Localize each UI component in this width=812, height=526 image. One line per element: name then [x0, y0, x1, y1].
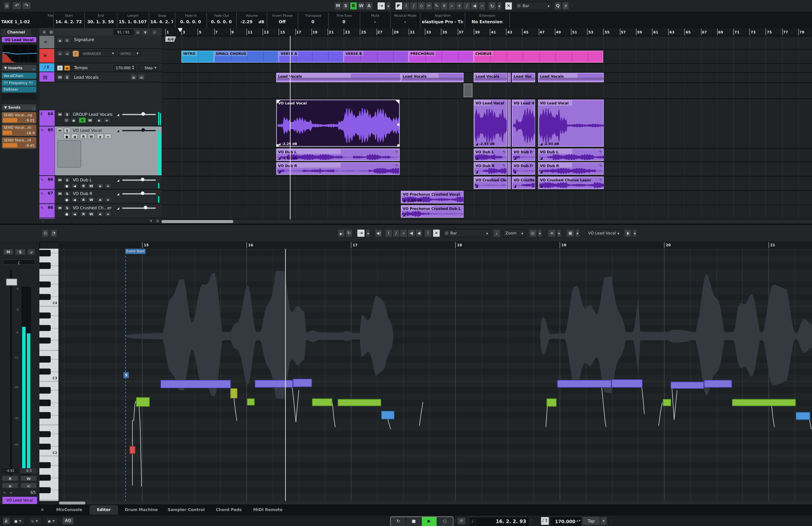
- piano-black-key[interactable]: [39, 412, 51, 418]
- event-handle-ml[interactable]: [276, 144, 279, 147]
- mute-button[interactable]: M: [57, 177, 63, 182]
- piano-black-key[interactable]: [39, 250, 51, 256]
- solo-button[interactable]: S: [64, 112, 70, 117]
- editor-tool-2[interactable]: ⌕: [400, 229, 408, 237]
- monitor-button[interactable]: ◀: [71, 211, 78, 216]
- audio-event[interactable]: VO Crushed C◢∿: [512, 176, 535, 189]
- volume-slider[interactable]: ◢: [117, 191, 158, 196]
- info-field-value[interactable]: -: [392, 19, 418, 26]
- autoscroll-dropdown[interactable]: ▼: [386, 2, 391, 10]
- track-67[interactable]: ∿67MSVO Dub R◢●◀RWe∞: [39, 190, 162, 204]
- mute-button[interactable]: M: [57, 205, 63, 210]
- strip-channel-name[interactable]: VO Lead Vocal: [2, 497, 37, 504]
- add-track-button[interactable]: +: [41, 29, 47, 35]
- variaudio-segment[interactable]: [704, 380, 732, 388]
- volume-slider[interactable]: ◢: [117, 112, 158, 117]
- tab-channel[interactable]: Channel: [1, 29, 31, 36]
- sends-header[interactable]: ▼ Sends▢: [2, 104, 37, 111]
- autoscroll-button[interactable]: ⇥: [377, 2, 386, 10]
- volume-slider[interactable]: ◢: [117, 205, 158, 210]
- tap-tempo-button[interactable]: Tap: [582, 516, 600, 525]
- audio-event[interactable]: VO Lead Vocal◢ -2.93 dB: [538, 100, 604, 147]
- monitor-button[interactable]: ◀: [71, 183, 78, 188]
- track-home-button[interactable]: ⌂: [135, 29, 141, 35]
- write-button[interactable]: W: [88, 211, 95, 216]
- editor-tool-4[interactable]: ◀: [415, 229, 423, 237]
- time-lock-button[interactable]: ◔: [50, 229, 57, 237]
- h-scrollbar-thumb[interactable]: [162, 220, 233, 223]
- record-enable-button[interactable]: ●: [63, 183, 70, 188]
- send-slot-0[interactable]: SEND Vocal...ng-9.01: [2, 112, 37, 123]
- stereo-icon[interactable]: ∞: [104, 211, 112, 216]
- tempo-lock-button[interactable]: ◉: [64, 65, 70, 71]
- tool-button-2[interactable]: /: [410, 2, 418, 10]
- audio-event[interactable]: VO Dub I◢∿: [512, 148, 535, 161]
- signature-event[interactable]: 4/4: [165, 36, 176, 42]
- solo-button[interactable]: S: [64, 177, 70, 182]
- info-field-value[interactable]: 0. 0. 0. 0: [208, 19, 234, 26]
- collapse-icon[interactable]: –: [42, 219, 44, 223]
- close-lower-zone-button[interactable]: ✕: [39, 507, 45, 513]
- slider-handle[interactable]: [141, 191, 144, 195]
- variaudio-segment[interactable]: [670, 382, 704, 389]
- no-export-button[interactable]: ☒: [63, 118, 70, 122]
- expand-down-icon[interactable]: ▼: [150, 219, 152, 222]
- activate-button[interactable]: ⊙: [57, 50, 63, 56]
- arranger-section-prechorus[interactable]: PRECHORUS: [409, 50, 474, 62]
- tool-button-5[interactable]: ✎: [433, 2, 440, 10]
- info-field-value[interactable]: 15. 1. 0.107: [119, 19, 147, 26]
- audio-event[interactable]: VO Dub R◢∿: [276, 162, 400, 175]
- read-button[interactable]: R: [80, 183, 87, 188]
- stereo-icon[interactable]: ∞: [104, 134, 112, 138]
- stop-button[interactable]: ■: [406, 517, 422, 526]
- arranger-section-small-chorus[interactable]: SMALL CHORUS: [214, 50, 279, 62]
- variaudio-segment[interactable]: [312, 398, 332, 406]
- monitor-button[interactable]: ◀): [138, 74, 145, 80]
- track-presets-button[interactable]: ⧉: [48, 29, 54, 35]
- pan-control[interactable]: C: [3, 260, 35, 265]
- edit-button[interactable]: e: [97, 183, 104, 188]
- tool-button-4[interactable]: ✂: [425, 2, 433, 10]
- tab-chord-pads[interactable]: Chord Pads: [213, 505, 245, 515]
- audio-event[interactable]: VO Dub I◢∿: [512, 162, 535, 175]
- warp-button[interactable]: ⌇: [424, 229, 432, 237]
- tool-button-6[interactable]: ✕: [440, 2, 448, 10]
- playhead-line[interactable]: [290, 36, 291, 222]
- window-layout-button[interactable]: ▣: [566, 229, 575, 237]
- acoustic-feedback-button[interactable]: ◎: [528, 229, 537, 237]
- monitor-button[interactable]: ◀: [71, 197, 78, 202]
- midi-record-dropdown[interactable]: ◉▼: [45, 517, 58, 525]
- quantize-edit-button[interactable]: e: [562, 2, 569, 10]
- editor-quantize-note-button[interactable]: ♩: [493, 229, 501, 237]
- sends-monitor-icon[interactable]: ▢: [32, 105, 35, 112]
- write-button[interactable]: W: [88, 134, 95, 138]
- info-field-value[interactable]: Off: [269, 19, 296, 26]
- mute-button[interactable]: M: [57, 74, 63, 80]
- read-button[interactable]: R: [80, 197, 87, 202]
- variaudio-segment[interactable]: [732, 399, 796, 406]
- variaudio-segment[interactable]: [557, 380, 611, 388]
- tab-mixconsole[interactable]: MixConsole: [51, 505, 88, 515]
- note-grid[interactable]: S: [59, 249, 812, 501]
- arranger-item-dropdown[interactable]: INTRO▼: [118, 50, 141, 56]
- info-field-value[interactable]: 0: [330, 19, 358, 26]
- play-button[interactable]: ▶: [422, 517, 437, 526]
- strip-solo-button[interactable]: S: [15, 249, 26, 255]
- variaudio-segment[interactable]: [129, 446, 135, 454]
- read-button[interactable]: R: [79, 118, 86, 122]
- punch-button[interactable]: ◉: [457, 517, 466, 525]
- info-field-value[interactable]: No Extension: [467, 19, 508, 26]
- tab-drum-machine[interactable]: Drum Machine: [122, 505, 160, 515]
- variaudio-segment[interactable]: [796, 412, 810, 420]
- editor-grid-dropdown[interactable]: ⊞Bar▼: [443, 229, 491, 237]
- cycle-button[interactable]: ↻: [391, 517, 406, 526]
- solo-button[interactable]: S: [64, 191, 70, 196]
- solo-button[interactable]: S: [64, 128, 70, 133]
- track-65[interactable]: ∿65MSVO Lead Vocal◢●◀RWe∞: [39, 127, 162, 176]
- editor-tool-0[interactable]: I: [385, 229, 392, 237]
- strip-mute-button[interactable]: M: [3, 249, 14, 255]
- tab-midi-remote[interactable]: MIDI Remote: [249, 505, 287, 515]
- fader-handle[interactable]: [6, 279, 17, 286]
- home-button[interactable]: ⌂: [3, 2, 10, 10]
- metronome-button[interactable]: ◭: [2, 517, 10, 525]
